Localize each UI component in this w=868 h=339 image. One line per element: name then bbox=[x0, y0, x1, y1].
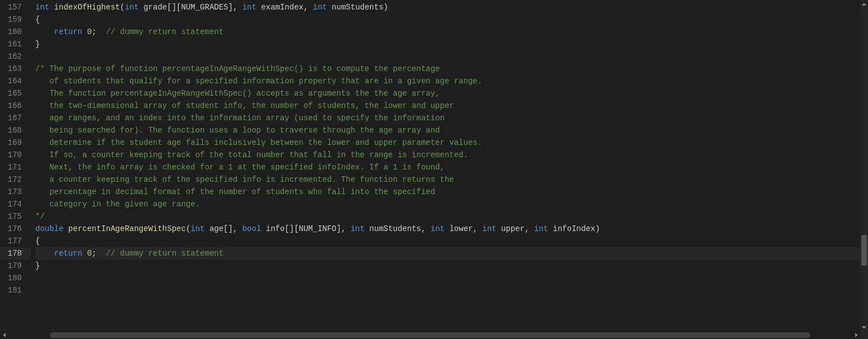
line-number: 175 bbox=[0, 210, 31, 223]
code-token: } bbox=[35, 40, 40, 49]
line-number-row: 178 bbox=[0, 247, 31, 260]
line-number-row: 157 bbox=[0, 1, 31, 13]
code-token: /* The purpose of function percentageInA… bbox=[35, 64, 440, 73]
line-number-row: 177 bbox=[0, 235, 31, 247]
line-number-row: 171 bbox=[0, 161, 31, 173]
code-line: { bbox=[35, 13, 40, 26]
line-number: 164 bbox=[0, 75, 31, 87]
line-number-row: 172 bbox=[0, 173, 31, 186]
code-token: infoIndex) bbox=[548, 224, 600, 233]
code-token: */ bbox=[35, 212, 45, 221]
svg-marker-0 bbox=[862, 3, 866, 6]
code-token bbox=[63, 224, 68, 233]
code-token: age[], bbox=[205, 224, 242, 233]
code-token: ( bbox=[120, 3, 124, 12]
line-number-row: 174 bbox=[0, 198, 31, 210]
code-column: int indexOfHighest(int grade[][NUM_GRADE… bbox=[35, 0, 868, 339]
code-token: int bbox=[35, 3, 54, 12]
code-line: category in the given age range. bbox=[35, 198, 200, 210]
scrollbar-corner bbox=[860, 331, 868, 339]
scroll-down-button[interactable] bbox=[860, 323, 868, 331]
line-number: 160 bbox=[0, 26, 31, 38]
line-number-row: 179 bbox=[0, 260, 31, 272]
scroll-right-button[interactable] bbox=[852, 331, 860, 339]
code-line-row: a counter keeping track of the specified… bbox=[35, 173, 868, 186]
code-token: numStudents) bbox=[327, 3, 388, 12]
code-token bbox=[35, 249, 54, 258]
code-line: of students that qualify for a specified… bbox=[35, 75, 482, 87]
code-token: 0 bbox=[87, 249, 91, 258]
code-token: The function percentageInAgeRangeWithSpe… bbox=[35, 89, 440, 98]
code-token: return bbox=[54, 27, 82, 36]
code-token: int bbox=[125, 3, 139, 12]
line-number: 165 bbox=[0, 87, 31, 100]
line-number: 171 bbox=[0, 161, 31, 173]
line-number: 159 bbox=[0, 13, 31, 26]
code-token: examIndex, bbox=[256, 3, 313, 12]
code-token: lower, bbox=[445, 224, 482, 233]
scroll-thumb-vertical[interactable] bbox=[861, 235, 867, 266]
line-number-row: 164 bbox=[0, 75, 31, 87]
code-line: */ bbox=[35, 210, 45, 223]
code-line: Next, the info array is checked for a 1 … bbox=[35, 161, 445, 173]
code-line-row: int indexOfHighest(int grade[][NUM_GRADE… bbox=[35, 1, 868, 13]
code-line: a counter keeping track of the specified… bbox=[35, 173, 454, 186]
code-line-row: /* The purpose of function percentageInA… bbox=[35, 63, 868, 75]
line-number: 179 bbox=[0, 260, 31, 272]
code-token: upper, bbox=[496, 224, 534, 233]
line-number-row: 167 bbox=[0, 112, 31, 124]
code-line: } bbox=[35, 38, 40, 50]
lines-wrapper: 1571591601611621631641651661671681691701… bbox=[0, 0, 868, 339]
horizontal-scrollbar[interactable] bbox=[0, 331, 860, 339]
code-token: percentage in decimal format of the numb… bbox=[35, 187, 435, 196]
code-token: indexOfHighest bbox=[54, 3, 120, 12]
line-number: 173 bbox=[0, 186, 31, 198]
line-number-row: 161 bbox=[0, 38, 31, 50]
code-line-row: of students that qualify for a specified… bbox=[35, 75, 868, 87]
code-token: return bbox=[54, 249, 82, 258]
code-token: { bbox=[35, 15, 40, 24]
code-line: return 0; // dummy return statement bbox=[35, 26, 223, 38]
code-token: } bbox=[35, 261, 40, 270]
code-line-row: category in the given age range. bbox=[35, 198, 868, 210]
code-line-row: percentage in decimal format of the numb… bbox=[35, 186, 868, 198]
code-token: bool bbox=[242, 224, 262, 233]
code-line-row: determine if the student age falls inclu… bbox=[35, 136, 868, 149]
code-token: being searched for). The function uses a… bbox=[35, 126, 440, 135]
code-line-row: The function percentageInAgeRangeWithSpe… bbox=[35, 87, 868, 100]
code-token: percentInAgeRangeWithSpec bbox=[68, 224, 186, 233]
line-number: 180 bbox=[0, 272, 31, 284]
code-token: age ranges, and an index into the inform… bbox=[35, 114, 445, 123]
scroll-up-button[interactable] bbox=[860, 0, 868, 8]
svg-marker-1 bbox=[862, 326, 866, 329]
code-line-row: If so, a counter keeping track of the to… bbox=[35, 149, 868, 161]
line-number: 167 bbox=[0, 112, 31, 124]
line-number: 181 bbox=[0, 284, 31, 296]
code-line-row: } bbox=[35, 260, 868, 272]
line-number-row: 173 bbox=[0, 186, 31, 198]
code-line-row: the two-dimensional array of student inf… bbox=[35, 100, 868, 112]
scroll-thumb-horizontal[interactable] bbox=[50, 332, 810, 338]
line-number: 170 bbox=[0, 149, 31, 161]
code-line: If so, a counter keeping track of the to… bbox=[35, 149, 468, 161]
line-numbers-column: 1571591601611621631641651661671681691701… bbox=[0, 0, 35, 339]
code-token: int bbox=[534, 224, 548, 233]
scroll-left-button[interactable] bbox=[0, 331, 8, 339]
scroll-track-horizontal[interactable] bbox=[8, 332, 852, 338]
code-token: numStudents, bbox=[365, 224, 431, 233]
code-token: int bbox=[351, 224, 365, 233]
line-number: 169 bbox=[0, 136, 31, 149]
code-token: { bbox=[35, 237, 40, 246]
line-number: 163 bbox=[0, 63, 31, 75]
vertical-scrollbar[interactable] bbox=[860, 0, 868, 331]
code-token: category in the given age range. bbox=[35, 200, 200, 209]
scroll-track-vertical[interactable] bbox=[860, 8, 868, 323]
code-line: being searched for). The function uses a… bbox=[35, 124, 440, 136]
line-number-row: 170 bbox=[0, 149, 31, 161]
line-number: 174 bbox=[0, 198, 31, 210]
line-number-row: 159 bbox=[0, 13, 31, 26]
line-number: 166 bbox=[0, 100, 31, 112]
code-line: double percentInAgeRangeWithSpec(int age… bbox=[35, 223, 600, 235]
code-line: } bbox=[35, 260, 40, 272]
svg-marker-3 bbox=[855, 333, 858, 337]
